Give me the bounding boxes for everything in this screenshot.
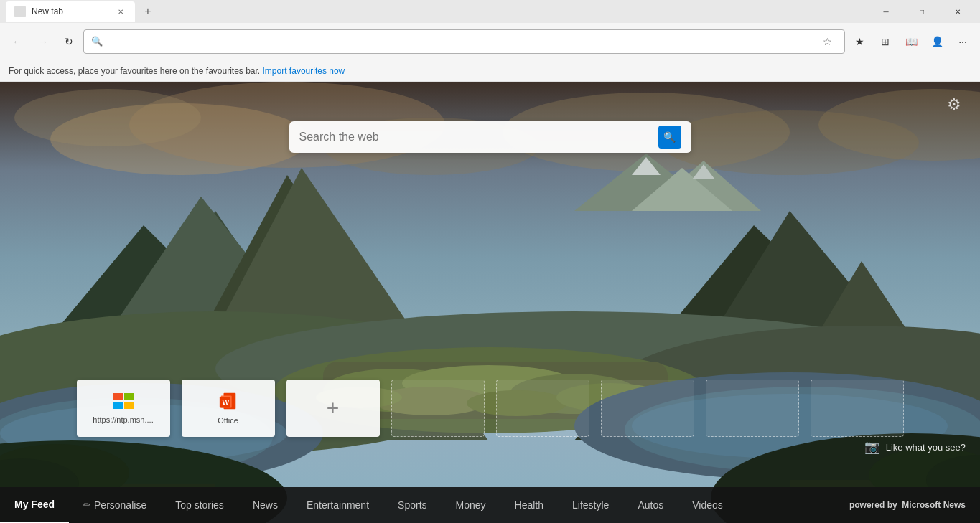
favorites-bar-message: For quick access, place your favourites … bbox=[9, 66, 260, 76]
nav-item-sports[interactable]: Sports bbox=[383, 487, 441, 523]
back-button[interactable]: ← bbox=[6, 30, 29, 53]
search-icon: 🔍 bbox=[91, 36, 103, 47]
gear-icon: ⚙ bbox=[947, 95, 961, 114]
minimize-button[interactable]: ─ bbox=[869, 0, 902, 23]
new-tab-button[interactable]: + bbox=[138, 1, 158, 22]
more-button[interactable]: ··· bbox=[951, 30, 974, 53]
quick-links: https://ntp.msn.... W Office + bbox=[77, 380, 904, 437]
import-favorites-link[interactable]: Import favourites now bbox=[263, 66, 345, 76]
search-input[interactable] bbox=[299, 131, 651, 143]
favorites-star-button[interactable]: ☆ bbox=[817, 32, 837, 52]
tab-title: New tab bbox=[32, 6, 63, 17]
svg-rect-47 bbox=[113, 393, 123, 400]
forward-button[interactable]: → bbox=[32, 30, 55, 53]
search-submit-icon: 🔍 bbox=[663, 131, 676, 143]
search-container: 🔍 bbox=[289, 121, 691, 153]
office-icon: W bbox=[218, 392, 238, 412]
active-tab[interactable]: New tab ✕ bbox=[6, 1, 135, 22]
svg-rect-48 bbox=[124, 393, 134, 400]
close-button[interactable]: ✕ bbox=[941, 0, 974, 23]
search-box[interactable]: 🔍 bbox=[289, 121, 691, 153]
empty-tile-3 bbox=[601, 380, 694, 437]
nav-item-top-stories[interactable]: Top stories bbox=[161, 487, 238, 523]
brand-name: Microsoft News bbox=[902, 500, 966, 510]
nav-item-autos[interactable]: Autos bbox=[623, 487, 678, 523]
collections-button[interactable]: ⊞ bbox=[874, 30, 897, 53]
msn-icon bbox=[113, 393, 134, 411]
new-tab-page: ⚙ 🔍 https://ntp.msn.... bbox=[0, 82, 980, 523]
camera-icon: 📷 bbox=[864, 439, 880, 455]
refresh-button[interactable]: ↻ bbox=[57, 30, 80, 53]
maximize-button[interactable]: □ bbox=[905, 0, 938, 23]
window-controls: ─ □ ✕ bbox=[869, 0, 974, 23]
bottom-nav: My Feed Personalise Top stories News Ent… bbox=[0, 487, 980, 523]
address-bar-area: ← → ↻ 🔍 ☆ ★ ⊞ 📖 👤 ··· bbox=[0, 23, 980, 60]
svg-rect-50 bbox=[124, 402, 134, 409]
like-section[interactable]: 📷 Like what you see? bbox=[864, 439, 966, 455]
svg-rect-49 bbox=[113, 402, 123, 409]
tab-close-button[interactable]: ✕ bbox=[115, 6, 126, 17]
nav-item-money[interactable]: Money bbox=[442, 487, 500, 523]
quick-link-add[interactable]: + bbox=[286, 380, 380, 437]
nav-item-entertainment[interactable]: Entertainment bbox=[292, 487, 383, 523]
empty-tile-2 bbox=[496, 380, 589, 437]
office-tile-label: Office bbox=[218, 416, 238, 425]
quick-link-msn[interactable]: https://ntp.msn.... bbox=[77, 380, 170, 437]
empty-tile-1 bbox=[391, 380, 485, 437]
nav-item-health[interactable]: Health bbox=[500, 487, 558, 523]
nav-item-news[interactable]: News bbox=[238, 487, 292, 523]
tab-area: New tab ✕ + bbox=[6, 1, 867, 22]
quick-link-office[interactable]: W Office bbox=[182, 380, 275, 437]
svg-point-7 bbox=[14, 89, 201, 146]
url-input[interactable] bbox=[107, 36, 813, 47]
msn-tile-label: https://ntp.msn.... bbox=[93, 415, 153, 424]
search-button[interactable]: 🔍 bbox=[658, 126, 681, 149]
address-bar[interactable]: 🔍 ☆ bbox=[83, 29, 845, 54]
immersive-reader-button[interactable]: 📖 bbox=[900, 30, 923, 53]
nav-item-videos[interactable]: Videos bbox=[678, 487, 737, 523]
nav-item-lifestyle[interactable]: Lifestyle bbox=[558, 487, 623, 523]
empty-tile-5 bbox=[811, 380, 904, 437]
svg-text:W: W bbox=[222, 399, 229, 407]
title-bar: New tab ✕ + ─ □ ✕ bbox=[0, 0, 980, 23]
add-icon: + bbox=[327, 396, 340, 420]
settings-gear-button[interactable]: ⚙ bbox=[943, 93, 966, 116]
empty-tile-4 bbox=[706, 380, 799, 437]
like-text: Like what you see? bbox=[886, 442, 966, 453]
profile-button[interactable]: 👤 bbox=[925, 30, 948, 53]
nav-item-personalise[interactable]: Personalise bbox=[69, 487, 161, 523]
tab-favicon bbox=[14, 6, 26, 17]
hub-button[interactable]: ★ bbox=[848, 30, 871, 53]
nav-item-my-feed[interactable]: My Feed bbox=[0, 487, 69, 523]
powered-by: powered by Microsoft News bbox=[849, 500, 980, 510]
favorites-bar: For quick access, place your favourites … bbox=[0, 60, 980, 82]
